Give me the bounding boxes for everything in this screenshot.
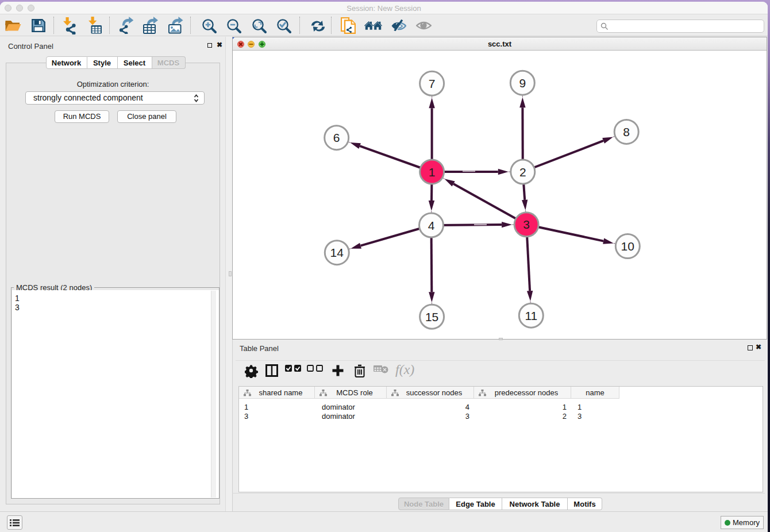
svg-text:7: 7 [429,77,436,90]
svg-text:3: 3 [523,218,530,231]
svg-text:8: 8 [623,125,630,138]
svg-text:10: 10 [621,240,634,253]
svg-text:2: 2 [519,165,526,179]
svg-text:1: 1 [429,165,436,179]
svg-text:14: 14 [330,246,344,259]
svg-text:4: 4 [428,219,435,232]
svg-text:9: 9 [519,76,526,90]
svg-text:11: 11 [525,309,537,322]
svg-text:6: 6 [333,131,340,144]
svg-text:15: 15 [425,310,438,323]
